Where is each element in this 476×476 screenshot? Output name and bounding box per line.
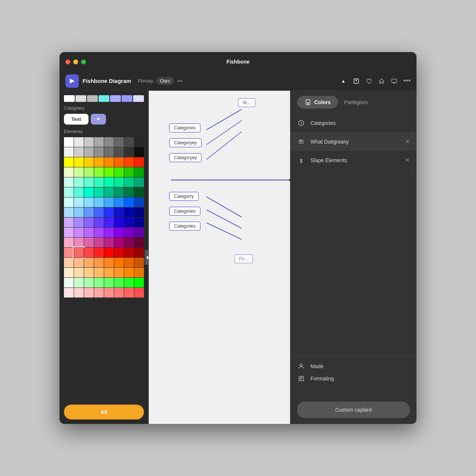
palette-color[interactable] (124, 157, 134, 167)
palette-color[interactable] (134, 248, 144, 257)
palette-color[interactable] (104, 218, 114, 227)
palette-color[interactable] (124, 288, 134, 298)
palette-color[interactable] (104, 147, 114, 157)
palette-color[interactable] (114, 228, 124, 237)
palette-color[interactable] (114, 268, 124, 277)
palette-color[interactable] (104, 208, 114, 217)
palette-color[interactable] (124, 137, 134, 147)
palette-color[interactable] (114, 288, 124, 298)
palette-color[interactable] (104, 258, 114, 267)
palette-color[interactable] (64, 218, 74, 227)
palette-color[interactable] (84, 288, 94, 298)
palette-color[interactable] (74, 208, 84, 217)
palette-color[interactable] (124, 177, 134, 187)
palette-color[interactable] (134, 278, 144, 287)
palette-color[interactable] (94, 147, 104, 157)
palette-color[interactable] (134, 167, 144, 177)
palette-color[interactable] (124, 187, 134, 197)
palette-color[interactable] (94, 238, 104, 247)
palette-color[interactable] (124, 167, 134, 177)
palette-color[interactable] (134, 137, 144, 147)
palette-color[interactable] (74, 157, 84, 167)
colors-tab[interactable]: Colors (297, 96, 338, 109)
diagram-node[interactable]: Categoryey (169, 153, 202, 162)
palette-color[interactable] (84, 238, 94, 247)
palette-color[interactable] (64, 157, 74, 167)
palette-color[interactable] (134, 288, 144, 298)
palette-color[interactable] (94, 187, 104, 197)
palette-color[interactable] (94, 137, 104, 147)
palette-color[interactable] (84, 278, 94, 287)
diagram-node[interactable]: Fo... (234, 254, 253, 263)
palette-color[interactable] (104, 197, 114, 207)
palette-color[interactable] (74, 288, 84, 298)
palette-color[interactable] (94, 288, 104, 298)
palette-color[interactable] (114, 197, 124, 207)
palette-color[interactable] (84, 137, 94, 147)
palette-color[interactable] (124, 147, 134, 157)
palette-color[interactable] (134, 208, 144, 217)
palette-color[interactable] (84, 187, 94, 197)
palette-color[interactable] (74, 278, 84, 287)
close-button[interactable] (65, 60, 70, 64)
palette-color[interactable] (84, 197, 94, 207)
palette-color[interactable] (134, 218, 144, 227)
palette-color[interactable] (94, 157, 104, 167)
home-icon[interactable] (378, 77, 385, 85)
palette-color[interactable] (114, 208, 124, 217)
palette-color[interactable] (104, 187, 114, 197)
palette-color[interactable] (134, 157, 144, 167)
palette-color[interactable] (64, 147, 74, 157)
palette-color[interactable] (64, 167, 74, 177)
minimize-button[interactable] (73, 60, 78, 64)
palette-color[interactable] (74, 147, 84, 157)
palette-color[interactable] (124, 268, 134, 277)
palette-color[interactable] (114, 167, 124, 177)
diagram-node[interactable]: Categories (169, 222, 200, 231)
palette-color[interactable] (84, 177, 94, 187)
palette-color[interactable] (124, 248, 134, 257)
palette-color[interactable] (124, 238, 134, 247)
palette-color[interactable] (114, 147, 124, 157)
palette-color[interactable] (94, 258, 104, 267)
palette-color[interactable] (114, 258, 124, 267)
palette-color[interactable] (64, 197, 74, 207)
palette-color[interactable] (64, 248, 74, 257)
palette-color[interactable] (64, 258, 74, 267)
expand-handle[interactable]: ▶ (145, 250, 149, 265)
share-icon[interactable] (353, 77, 360, 85)
palette-color[interactable] (124, 278, 134, 287)
palette-color[interactable] (104, 238, 114, 247)
palette-color[interactable] (74, 137, 84, 147)
palette-color[interactable] (124, 228, 134, 237)
slape-elements-close[interactable]: ✕ (405, 157, 410, 164)
palette-color[interactable] (84, 248, 94, 257)
text-button[interactable]: Text (64, 114, 89, 125)
palette-color[interactable] (124, 218, 134, 227)
palette-color[interactable] (134, 147, 144, 157)
breadcrumb-more[interactable]: ••• (177, 78, 183, 84)
palette-color[interactable] (74, 268, 84, 277)
palette-color[interactable] (134, 177, 144, 187)
palette-color[interactable] (104, 268, 114, 277)
palette-color[interactable] (64, 208, 74, 217)
palette-color[interactable] (134, 187, 144, 197)
dropdown-button[interactable]: ▼ (91, 114, 106, 125)
palette-color[interactable] (84, 167, 94, 177)
diagram-node[interactable]: Categories (169, 123, 200, 132)
palette-color[interactable] (134, 238, 144, 247)
palette-color[interactable] (64, 228, 74, 237)
palette-color[interactable] (114, 177, 124, 187)
palette-color[interactable] (114, 248, 124, 257)
palette-color[interactable] (104, 137, 114, 147)
palette-color[interactable] (114, 187, 124, 197)
breadcrumb-item2[interactable]: Oarc (156, 77, 174, 85)
palette-color[interactable] (64, 187, 74, 197)
custom-button[interactable]: Custom caplard (297, 402, 410, 418)
palette-color[interactable] (74, 187, 84, 197)
palette-color[interactable] (74, 197, 84, 207)
palette-color[interactable] (74, 218, 84, 227)
partegions-tab[interactable]: Partegiors (338, 96, 374, 108)
palette-color[interactable] (114, 218, 124, 227)
comment-icon[interactable] (391, 77, 398, 85)
